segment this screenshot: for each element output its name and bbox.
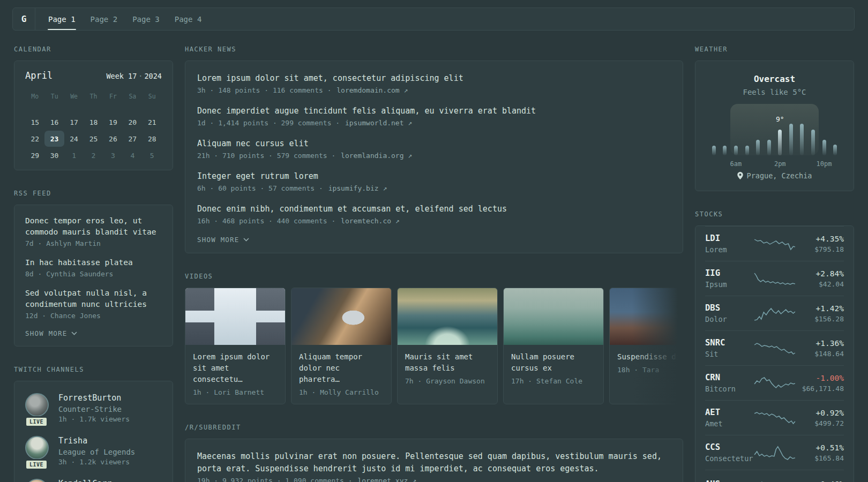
twitch-channel-row[interactable]: LIVE ForrestBurton Counter-Strike 1h · 1…	[25, 393, 162, 423]
app-logo[interactable]: G	[13, 8, 35, 30]
stock-symbol[interactable]: SNRC	[705, 338, 754, 348]
rss-item[interactable]: Donec tempor eros leo, ut commodo mauris…	[25, 215, 162, 247]
twitch-channel-row[interactable]: LIVE Trisha League of Legends 3h · 1.2k …	[25, 436, 162, 466]
weather-widget: Overcast Feels like 5°C	[695, 61, 854, 191]
temperature-bar	[767, 140, 771, 155]
page-tab[interactable]: Page 2	[83, 8, 125, 30]
stock-row[interactable]: CCS Consectetur +0.51% $165.84	[705, 435, 844, 470]
stock-sparkline-chart	[754, 340, 796, 356]
sparkline-path	[754, 273, 795, 284]
page-tab[interactable]: Page 1	[41, 8, 83, 30]
hackernews-show-more-button[interactable]: SHOW MORE	[197, 236, 671, 244]
weather-bar-slot	[829, 108, 841, 155]
rss-item-title[interactable]: In hac habitasse platea	[25, 257, 162, 268]
twitch-avatar-wrap	[25, 479, 50, 482]
calendar-day: 18	[84, 114, 103, 130]
video-card[interactable]: Lorem ipsum dolor sit amet consectetu… 1…	[185, 288, 286, 404]
stock-change-percent: +2.84%	[796, 269, 844, 278]
video-card[interactable]: Aliquam tempor dolor nec pharetra… 1h · …	[291, 288, 392, 404]
stock-row[interactable]: AET Amet +0.92% $499.72	[705, 400, 844, 435]
current-temperature-label: 9°	[776, 115, 784, 123]
temperature-bar	[712, 146, 716, 155]
weather-condition: Overcast	[706, 74, 843, 84]
stock-sparkline-chart	[754, 477, 796, 482]
stock-symbol[interactable]: AET	[705, 408, 754, 417]
hackernews-item-domain-link[interactable]: loremtech.co ↗	[341, 217, 400, 225]
stock-row[interactable]: IIG Ipsum +2.84% $42.04	[705, 261, 844, 296]
twitch-channel-row[interactable]: KendallCarr	[25, 479, 162, 482]
hackernews-item-meta: 1d · 1,414 points · 299 comments · ipsum…	[197, 119, 671, 127]
rss-item-title[interactable]: Donec tempor eros leo, ut commodo mauris…	[25, 215, 162, 238]
stock-symbol[interactable]: LDI	[705, 234, 754, 243]
hackernews-item-title[interactable]: Lorem ipsum dolor sit amet, consectetur …	[197, 72, 671, 85]
rss-item[interactable]: In hac habitasse platea 8d · Cynthia Sau…	[25, 257, 162, 278]
twitch-channel-name[interactable]: ForrestBurton	[58, 393, 130, 403]
hackernews-item-domain-link[interactable]: loremlandia.org ↗	[341, 152, 412, 160]
hackernews-item: Lorem ipsum dolor sit amet, consectetur …	[197, 72, 671, 94]
twitch-channel-name[interactable]: KendallCarr	[58, 479, 111, 482]
video-title[interactable]: Aliquam tempor dolor nec pharetra…	[299, 351, 384, 385]
page-tab[interactable]: Page 3	[125, 8, 167, 30]
video-title[interactable]: Suspendisse diam	[617, 351, 683, 363]
stock-symbol[interactable]: CCS	[705, 442, 754, 452]
subreddit-post-domain-link[interactable]: loremnet.xyz ↗	[357, 477, 416, 482]
hackernews-item-title[interactable]: Aliquam nec cursus elit	[197, 138, 671, 150]
page-tab[interactable]: Page 4	[167, 8, 209, 30]
stock-symbol[interactable]: AHS	[705, 479, 754, 482]
weather-bar-slot	[708, 108, 720, 155]
calendar-day: 15	[25, 114, 44, 130]
weather-section-title: WEATHER	[695, 46, 854, 53]
sparkline-path	[754, 343, 795, 354]
avatar	[25, 393, 49, 417]
stock-symbol[interactable]: CRN	[705, 373, 754, 382]
stock-row[interactable]: AHS +0.46%	[705, 470, 844, 482]
twitch-channel-game[interactable]: Counter-Strike	[58, 405, 130, 413]
hackernews-item-domain-link[interactable]: ipsumworld.net ↗	[345, 119, 412, 127]
video-thumbnail[interactable]	[504, 288, 603, 345]
stock-change-percent: -1.00%	[796, 374, 844, 382]
video-card[interactable]: Suspendisse diam 18h · Tara	[609, 288, 683, 404]
video-title[interactable]: Lorem ipsum dolor sit amet consectetu…	[193, 351, 278, 385]
stock-row[interactable]: LDI Lorem +4.35% $795.18	[705, 226, 844, 261]
stock-values: +0.46%	[796, 480, 844, 482]
stock-sparkline-chart	[754, 305, 796, 321]
weather-bar-slot	[785, 108, 797, 155]
hackernews-item-domain-link[interactable]: loremdomain.com ↗	[336, 86, 408, 94]
video-card[interactable]: Mauris sit amet massa felis 7h · Grayson…	[397, 288, 498, 404]
center-column: HACKER NEWS Lorem ipsum dolor sit amet, …	[185, 46, 683, 482]
video-thumbnail[interactable]	[291, 288, 391, 345]
rss-item-meta: 8d · Cynthia Saunders	[25, 270, 162, 278]
weather-bar-slot	[752, 108, 764, 155]
twitch-channel-game[interactable]: League of Legends	[58, 448, 135, 456]
stock-symbol[interactable]: DBS	[705, 303, 754, 313]
hackernews-item-title[interactable]: Donec imperdiet augue tincidunt felis al…	[197, 105, 671, 117]
subreddit-post-title[interactable]: Maecenas mollis pulvinar erat non posuer…	[197, 450, 671, 475]
rss-section-title: RSS FEED	[14, 190, 173, 197]
hackernews-item-title[interactable]: Integer eget rutrum lorem	[197, 170, 671, 183]
stock-identity: AET Amet	[705, 408, 754, 428]
video-thumbnail[interactable]	[398, 288, 497, 345]
stock-row[interactable]: DBS Dolor +1.42% $156.28	[705, 296, 844, 330]
stock-identity: CRN Bitcorn	[705, 373, 754, 393]
hackernews-item: Donec enim nibh, condimentum et accumsan…	[197, 203, 671, 225]
rss-item[interactable]: Sed volutpat nulla nisl, a condimentum n…	[25, 288, 162, 320]
stock-symbol[interactable]: IIG	[705, 268, 754, 278]
stock-row[interactable]: CRN Bitcorn -1.00% $66,171.48	[705, 365, 844, 400]
twitch-section-title: TWITCH CHANNELS	[14, 366, 173, 373]
video-title[interactable]: Nullam posuere cursus ex	[511, 351, 596, 374]
video-card[interactable]: Nullam posuere cursus ex 17h · Stefan Co…	[503, 288, 604, 404]
hackernews-item-title[interactable]: Donec enim nibh, condimentum et accumsan…	[197, 203, 671, 215]
stock-row[interactable]: SNRC Sit +1.36% $148.64	[705, 330, 844, 365]
calendar-day: 24	[64, 131, 84, 147]
rss-item-title[interactable]: Sed volutpat nulla nisl, a condimentum n…	[25, 288, 162, 310]
video-title[interactable]: Mauris sit amet massa felis	[405, 351, 490, 374]
video-meta: 17h · Stefan Cole	[511, 377, 596, 385]
hackernews-item-domain-link[interactable]: ipsumify.biz ↗	[328, 184, 387, 192]
rss-show-more-button[interactable]: SHOW MORE	[25, 329, 162, 337]
temperature-bar	[789, 124, 793, 155]
video-thumbnail[interactable]	[610, 288, 683, 345]
stock-name: Lorem	[705, 245, 754, 254]
hackernews-item: Integer eget rutrum lorem 6h · 60 points…	[197, 170, 671, 192]
video-thumbnail[interactable]	[185, 288, 285, 345]
twitch-channel-name[interactable]: Trisha	[58, 436, 135, 446]
